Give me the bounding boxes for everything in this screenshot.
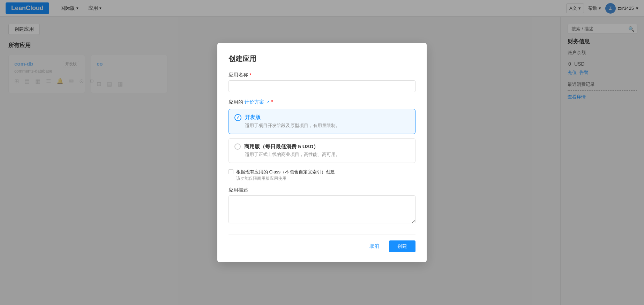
clone-sublabel: 该功能仅限商用版应用使用 (236, 175, 335, 181)
plan-biz-desc: 适用于正式上线的商业项目，高性能、高可用。 (245, 151, 410, 158)
plan-options: 开发版 适用于项目开发阶段及原型项目，有用量限制。 商用版（每日最低消费 5 U… (229, 109, 415, 163)
cancel-button[interactable]: 取消 (364, 240, 385, 252)
plan-dev-header: 开发版 (234, 114, 410, 121)
modal-overlay: 创建应用 应用名称 * 应用的 计价方案 ↗ * 开发版 适用于项目开发阶段及原… (0, 0, 644, 305)
required-star: * (249, 72, 251, 78)
plan-label-row: 应用的 计价方案 ↗ * (229, 99, 415, 105)
create-app-modal: 创建应用 应用名称 * 应用的 计价方案 ↗ * 开发版 适用于项目开发阶段及原… (217, 43, 427, 262)
plan-label: 应用的 (229, 99, 243, 105)
plan-dev-radio (234, 114, 241, 121)
plan-option-biz[interactable]: 商用版（每日最低消费 5 USD） 适用于正式上线的商业项目，高性能、高可用。 (229, 138, 415, 163)
plan-dev-name: 开发版 (245, 114, 261, 121)
app-name-label: 应用名称 * (229, 72, 415, 78)
plan-biz-name: 商用版（每日最低消费 5 USD） (244, 143, 319, 150)
plan-biz-radio (234, 143, 241, 150)
plan-link-icon: ↗ (266, 100, 270, 105)
plan-link[interactable]: 计价方案 (245, 99, 264, 105)
clone-checkbox[interactable] (229, 169, 233, 174)
clone-option: 根据现有应用的 Class（不包含自定义索引）创建 该功能仅限商用版应用使用 (229, 169, 415, 182)
plan-option-dev[interactable]: 开发版 适用于项目开发阶段及原型项目，有用量限制。 (229, 109, 415, 134)
desc-label: 应用描述 (229, 187, 415, 193)
create-button[interactable]: 创建 (389, 240, 415, 252)
app-name-input[interactable] (229, 80, 415, 92)
plan-required-star: * (271, 99, 273, 105)
plan-biz-header: 商用版（每日最低消费 5 USD） (234, 143, 410, 150)
clone-label: 根据现有应用的 Class（不包含自定义索引）创建 (236, 169, 335, 176)
app-desc-textarea[interactable] (229, 195, 415, 223)
plan-dev-desc: 适用于项目开发阶段及原型项目，有用量限制。 (245, 122, 410, 129)
modal-footer: 取消 创建 (229, 235, 415, 252)
modal-title: 创建应用 (229, 54, 415, 64)
clone-text-block: 根据现有应用的 Class（不包含自定义索引）创建 该功能仅限商用版应用使用 (236, 169, 335, 182)
